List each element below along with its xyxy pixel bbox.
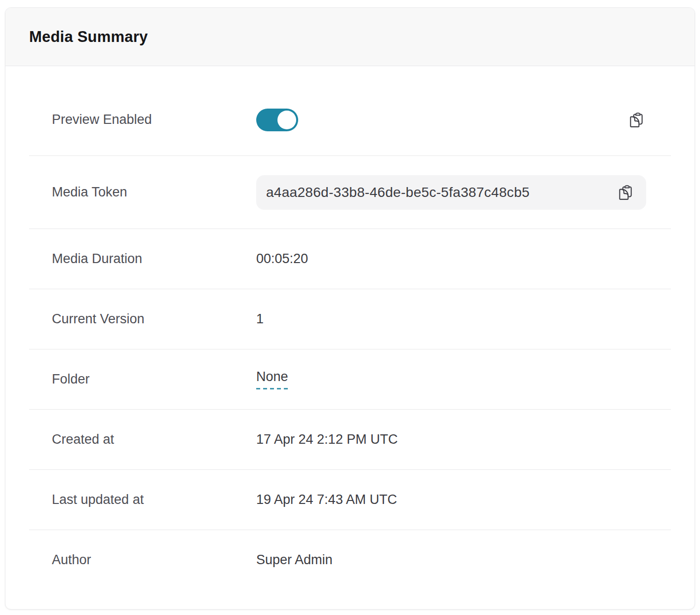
summary-rows: Preview Enabled Media Token a4aa286d-33b… <box>5 66 695 610</box>
row-value-area: a4aa286d-33b8-46de-be5c-5fa387c48cb5 <box>256 175 646 210</box>
current-version-value: 1 <box>256 311 264 327</box>
created-at-value: 17 Apr 24 2:12 PM UTC <box>256 432 398 447</box>
row-folder: Folder None <box>29 349 671 409</box>
page-title: Media Summary <box>29 28 148 46</box>
row-value-area: None <box>256 369 646 389</box>
row-label: Folder <box>52 372 256 387</box>
media-token-value: a4aa286d-33b8-46de-be5c-5fa387c48cb5 <box>266 185 530 200</box>
row-value-area <box>256 108 646 132</box>
row-author: Author Super Admin <box>29 530 671 590</box>
author-value: Super Admin <box>256 552 333 568</box>
row-label: Media Duration <box>52 251 256 267</box>
last-updated-at-value: 19 Apr 24 7:43 AM UTC <box>256 492 397 507</box>
preview-enabled-toggle[interactable] <box>256 109 298 131</box>
row-label: Created at <box>52 432 256 447</box>
row-label: Last updated at <box>52 492 256 507</box>
row-preview-enabled: Preview Enabled <box>29 84 671 155</box>
row-value-area: 1 <box>256 311 646 327</box>
row-created-at: Created at 17 Apr 24 2:12 PM UTC <box>29 409 671 469</box>
card-header: Media Summary <box>5 8 695 66</box>
row-label: Author <box>52 552 256 568</box>
row-current-version: Current Version 1 <box>29 289 671 349</box>
media-token-field: a4aa286d-33b8-46de-be5c-5fa387c48cb5 <box>256 175 646 210</box>
row-value-area: 17 Apr 24 2:12 PM UTC <box>256 432 646 447</box>
row-value-area: Super Admin <box>256 552 646 568</box>
row-label: Media Token <box>52 185 256 200</box>
media-duration-value: 00:05:20 <box>256 251 308 267</box>
row-value-area: 19 Apr 24 7:43 AM UTC <box>256 492 646 507</box>
row-last-updated-at: Last updated at 19 Apr 24 7:43 AM UTC <box>29 469 671 530</box>
toggle-knob <box>277 111 296 129</box>
row-label: Preview Enabled <box>52 112 256 127</box>
row-media-token: Media Token a4aa286d-33b8-46de-be5c-5fa3… <box>29 155 671 229</box>
clipboard-copy-icon <box>617 183 634 202</box>
folder-link[interactable]: None <box>256 369 288 389</box>
copy-button[interactable] <box>626 108 646 132</box>
row-label: Current Version <box>52 311 256 327</box>
copy-token-button[interactable] <box>616 181 635 204</box>
row-value-area: 00:05:20 <box>256 251 646 267</box>
media-summary-card: Media Summary Preview Enabled Media Toke… <box>5 7 695 610</box>
row-media-duration: Media Duration 00:05:20 <box>29 229 671 289</box>
clipboard-copy-icon <box>628 110 645 130</box>
